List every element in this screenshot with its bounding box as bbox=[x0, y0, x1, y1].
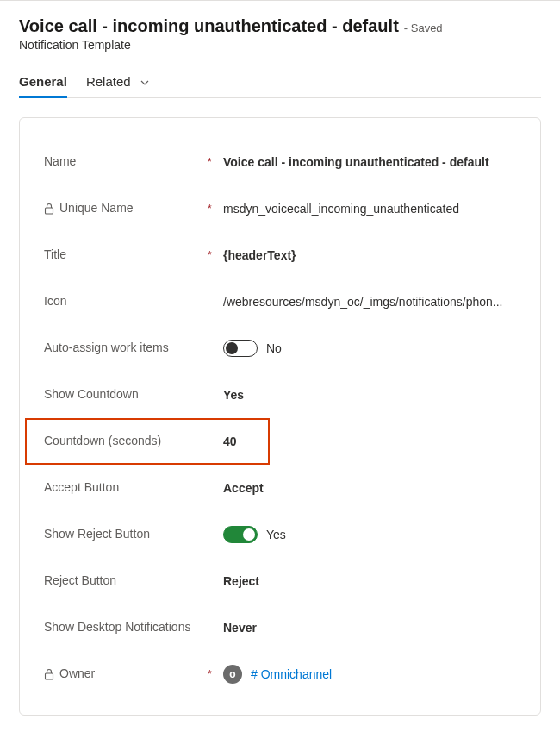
field-name[interactable]: Name * Voice call - incoming unauthentic… bbox=[44, 139, 516, 185]
field-name-label: Name bbox=[44, 154, 76, 170]
field-auto-assign[interactable]: Auto-assign work items No bbox=[44, 325, 516, 372]
field-reject-button-label: Reject Button bbox=[44, 573, 116, 589]
page-header: Voice call - incoming unauthenticated - … bbox=[19, 16, 541, 52]
required-marker: * bbox=[208, 668, 216, 680]
field-accept-button-label: Accept Button bbox=[44, 480, 119, 496]
field-icon-value: /webresources/msdyn_oc/_imgs/notificatio… bbox=[223, 295, 503, 309]
auto-assign-toggle[interactable] bbox=[223, 340, 258, 357]
lock-icon bbox=[44, 668, 54, 680]
field-auto-assign-value: No bbox=[266, 341, 282, 355]
field-title-label: Title bbox=[44, 247, 66, 263]
field-accept-button[interactable]: Accept Button Accept bbox=[44, 465, 516, 511]
saved-status: - Saved bbox=[404, 22, 443, 34]
field-desktop-notifications[interactable]: Show Desktop Notifications Never bbox=[44, 604, 516, 651]
field-show-countdown-label: Show Countdown bbox=[44, 387, 139, 403]
field-countdown-seconds[interactable]: Countdown (seconds) 40 bbox=[25, 418, 270, 465]
field-auto-assign-label: Auto-assign work items bbox=[44, 341, 169, 356]
required-marker: * bbox=[208, 156, 216, 168]
svg-rect-1 bbox=[46, 673, 53, 679]
required-marker: * bbox=[208, 249, 216, 261]
field-show-reject-value: Yes bbox=[266, 528, 286, 541]
field-desktop-notifications-label: Show Desktop Notifications bbox=[44, 620, 190, 635]
show-reject-toggle[interactable] bbox=[223, 526, 258, 543]
field-unique-name-value: msdyn_voicecall_incoming_unauthenticated bbox=[223, 202, 459, 216]
entity-subtitle: Notification Template bbox=[19, 38, 541, 52]
field-show-reject[interactable]: Show Reject Button Yes bbox=[44, 511, 516, 558]
tab-general-label: General bbox=[19, 74, 67, 89]
lock-icon bbox=[44, 203, 54, 215]
field-reject-button-value: Reject bbox=[223, 574, 259, 588]
form-tabs: General Related bbox=[19, 69, 541, 98]
field-unique-name[interactable]: Unique Name * msdyn_voicecall_incoming_u… bbox=[44, 185, 516, 232]
svg-rect-0 bbox=[46, 208, 53, 214]
tab-general[interactable]: General bbox=[19, 69, 67, 97]
field-countdown-seconds-value: 40 bbox=[223, 435, 237, 448]
form-card: Name * Voice call - incoming unauthentic… bbox=[19, 117, 541, 716]
field-unique-name-label: Unique Name bbox=[59, 201, 134, 216]
field-owner[interactable]: Owner * o # Omnichannel bbox=[44, 651, 516, 697]
field-accept-button-value: Accept bbox=[223, 481, 264, 495]
field-desktop-notifications-value: Never bbox=[223, 621, 257, 635]
field-name-value: Voice call - incoming unauthenticated - … bbox=[223, 155, 489, 169]
field-title[interactable]: Title * {headerText} bbox=[44, 232, 516, 278]
owner-avatar: o bbox=[223, 665, 242, 684]
field-show-countdown[interactable]: Show Countdown Yes bbox=[44, 372, 516, 418]
tab-related-label: Related bbox=[86, 74, 131, 89]
chevron-down-icon bbox=[140, 74, 150, 89]
owner-link[interactable]: # Omnichannel bbox=[251, 667, 332, 681]
field-icon-label: Icon bbox=[44, 294, 66, 310]
field-owner-label: Owner bbox=[59, 666, 95, 682]
required-marker: * bbox=[208, 203, 216, 215]
field-show-reject-label: Show Reject Button bbox=[44, 527, 150, 542]
field-title-value: {headerText} bbox=[223, 248, 296, 262]
field-show-countdown-value: Yes bbox=[223, 388, 244, 402]
page-title: Voice call - incoming unauthenticated - … bbox=[19, 16, 399, 36]
field-reject-button[interactable]: Reject Button Reject bbox=[44, 558, 516, 604]
tab-related[interactable]: Related bbox=[86, 69, 150, 97]
field-countdown-seconds-label: Countdown (seconds) bbox=[44, 434, 161, 449]
field-icon[interactable]: Icon /webresources/msdyn_oc/_imgs/notifi… bbox=[44, 278, 516, 325]
